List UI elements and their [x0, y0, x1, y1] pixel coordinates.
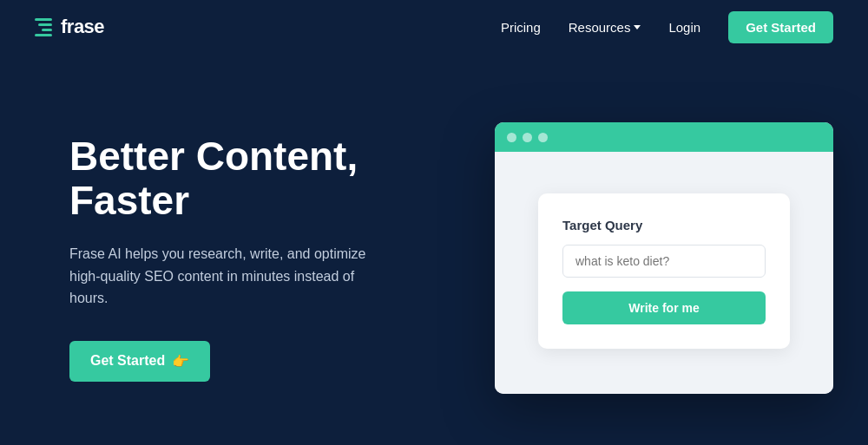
mockup-titlebar — [495, 122, 833, 152]
frase-logo-icon — [35, 18, 52, 36]
navbar-logo-group: frase — [35, 16, 104, 38]
titlebar-dot-2 — [523, 133, 532, 142]
query-card: Target Query Write for me — [538, 193, 790, 349]
hero-title: Better Content, Faster — [69, 134, 382, 222]
query-label: Target Query — [562, 218, 766, 232]
hero-section: Better Content, Faster Frase AI helps yo… — [0, 54, 868, 445]
navbar: frase Pricing Resources Login Get Starte… — [0, 0, 868, 54]
titlebar-dot-3 — [538, 133, 548, 142]
titlebar-dot-1 — [507, 133, 516, 142]
navbar-links: Pricing Resources Login Get Started — [501, 11, 833, 43]
query-input[interactable] — [562, 245, 766, 278]
hero-subtitle: Frase AI helps you research, write, and … — [69, 243, 382, 310]
chevron-down-icon — [634, 25, 641, 29]
nav-login-link[interactable]: Login — [668, 20, 700, 35]
logo-text: frase — [61, 16, 104, 38]
mockup-window: Target Query Write for me — [495, 122, 833, 394]
nav-get-started-button[interactable]: Get Started — [728, 11, 833, 43]
mockup-body: Target Query Write for me — [495, 152, 833, 394]
pointing-finger-emoji: 👉 — [172, 353, 189, 370]
hero-get-started-button[interactable]: Get Started 👉 — [69, 341, 210, 382]
nav-pricing-link[interactable]: Pricing — [501, 20, 541, 35]
nav-resources-link[interactable]: Resources — [569, 20, 641, 35]
write-for-me-button[interactable]: Write for me — [562, 291, 766, 324]
hero-mockup: Target Query Write for me — [495, 122, 833, 394]
hero-copy: Better Content, Faster Frase AI helps yo… — [69, 134, 382, 382]
